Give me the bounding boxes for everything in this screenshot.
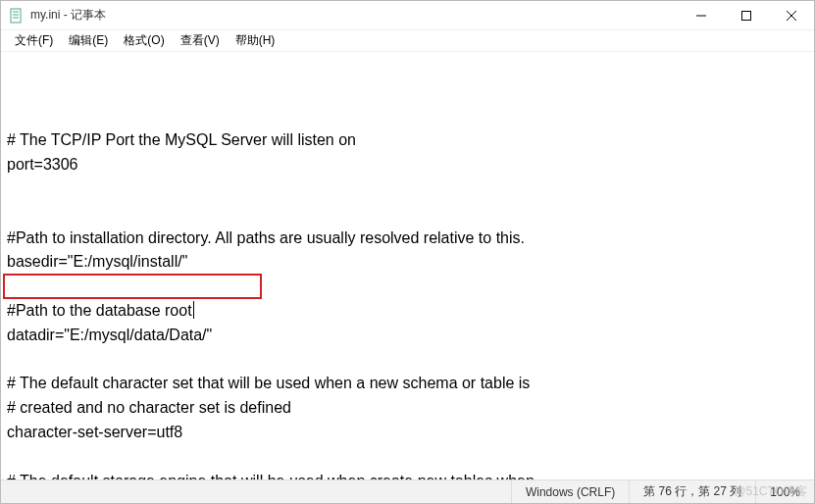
editor-line	[7, 202, 808, 227]
editor-line: character-set-server=utf8	[7, 421, 808, 445]
text-caret	[193, 301, 194, 319]
window-title: my.ini - 记事本	[30, 7, 679, 24]
svg-rect-0	[11, 9, 21, 23]
menu-help[interactable]: 帮助(H)	[228, 30, 283, 51]
editor-line: port=3306	[7, 153, 808, 177]
watermark: @51CTO博客	[734, 483, 807, 500]
editor-line: # created and no character set is define…	[7, 396, 808, 421]
menu-format[interactable]: 格式(O)	[116, 30, 172, 51]
minimize-icon	[696, 11, 706, 21]
editor-line: #Path to the database root	[7, 299, 808, 324]
minimize-button[interactable]	[679, 1, 724, 29]
close-button[interactable]	[769, 1, 814, 29]
status-encoding: Windows (CRLF)	[511, 480, 629, 503]
editor-line	[7, 348, 808, 373]
maximize-icon	[741, 11, 751, 21]
editor-line: # The default character set that will be…	[7, 372, 808, 396]
app-icon	[9, 8, 25, 24]
close-icon	[787, 11, 796, 21]
editor-line: # The default storage engine that will b…	[7, 470, 808, 479]
svg-rect-5	[742, 11, 751, 20]
editor-line	[7, 177, 808, 202]
editor-line	[7, 445, 808, 470]
statusbar: Windows (CRLF) 第 76 行，第 27 列 100%	[1, 479, 814, 503]
editor-line: #Path to installation directory. All pat…	[7, 227, 808, 251]
menu-edit[interactable]: 编辑(E)	[61, 30, 116, 51]
window-controls	[679, 1, 814, 29]
text-editor[interactable]: # The TCP/IP Port the MySQL Server will …	[1, 52, 814, 479]
titlebar[interactable]: my.ini - 记事本	[1, 1, 814, 30]
menu-view[interactable]: 查看(V)	[173, 30, 228, 51]
editor-line	[7, 275, 808, 299]
editor-line: # The TCP/IP Port the MySQL Server will …	[7, 128, 808, 153]
maximize-button[interactable]	[724, 1, 769, 29]
editor-line: datadir="E:/mysql/data/Data/"	[7, 324, 808, 348]
editor-line: basedir="E:/mysql/install/"	[7, 250, 808, 275]
notepad-window: my.ini - 记事本 文件(F) 编辑(E) 格式(O) 查看(V) 帮助(…	[0, 0, 815, 504]
menubar: 文件(F) 编辑(E) 格式(O) 查看(V) 帮助(H)	[1, 30, 814, 52]
menu-file[interactable]: 文件(F)	[7, 30, 61, 51]
